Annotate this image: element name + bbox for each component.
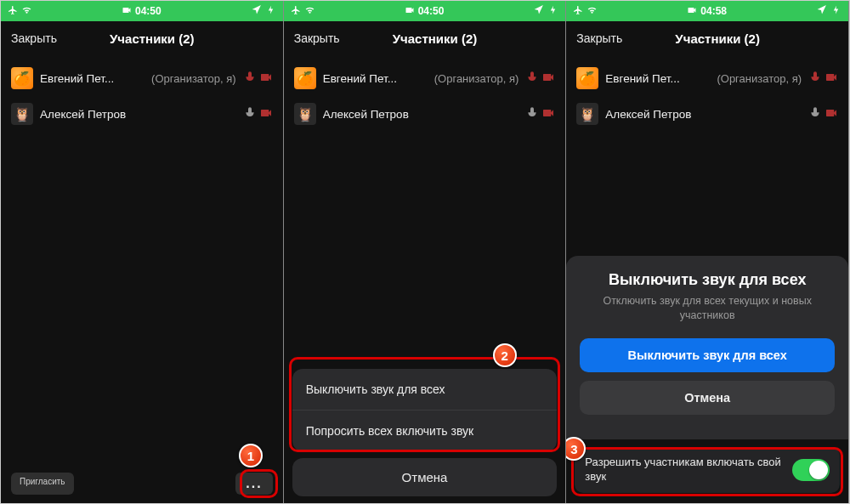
participant-name: Евгений Пет... <box>605 72 710 85</box>
participant-status-icons <box>243 71 273 87</box>
screen-1: 04:50 Закрыть Участники (2) 🍊 Евгений Пе… <box>1 1 284 503</box>
status-bar: 04:50 <box>1 1 283 21</box>
mute-all-modal: Выключить звук для всех Отключить звук д… <box>566 256 848 439</box>
modal-subtitle: Отключить звук для всех текущих и новых … <box>580 294 835 323</box>
camera-off-icon <box>541 106 555 122</box>
confirm-mute-all-button[interactable]: Выключить звук для всех <box>580 338 835 372</box>
location-icon <box>251 4 262 18</box>
camera-off-icon <box>541 71 555 87</box>
status-time: 04:58 <box>700 5 727 17</box>
mic-on-icon <box>243 106 257 122</box>
mic-on-icon <box>808 106 822 122</box>
charging-icon <box>265 4 276 18</box>
bottom-bar: Пригласить ... <box>1 473 283 495</box>
camera-off-icon <box>824 106 838 122</box>
avatar: 🍊 <box>294 67 316 89</box>
nav-bar: Закрыть Участники (2) <box>1 21 283 55</box>
nav-bar: Закрыть Участники (2) <box>566 21 848 55</box>
participant-role: (Организатор, я) <box>151 72 236 85</box>
participants-list: 🍊 Евгений Пет... (Организатор, я) 🦉 Алек… <box>1 55 283 132</box>
wifi-icon <box>586 4 598 18</box>
cancel-button[interactable]: Отмена <box>292 458 558 496</box>
step-badge-1: 1 <box>239 444 263 467</box>
avatar: 🦉 <box>11 103 33 125</box>
participant-status-icons <box>525 71 555 87</box>
airplane-icon <box>291 5 301 18</box>
nav-bar: Закрыть Участники (2) <box>284 21 566 55</box>
location-icon <box>816 4 827 18</box>
participant-row[interactable]: 🦉 Алексей Петров <box>284 96 566 132</box>
status-time: 04:50 <box>135 5 162 17</box>
camera-off-icon <box>259 71 273 87</box>
wifi-icon <box>21 4 32 18</box>
avatar: 🍊 <box>11 67 33 89</box>
camera-icon <box>687 5 697 18</box>
action-sheet: Выключить звук для всех Попросить всех в… <box>292 369 558 496</box>
page-title: Участники (2) <box>314 31 556 46</box>
action-sheet-group: Выключить звук для всех Попросить всех в… <box>292 369 558 451</box>
participant-row[interactable]: 🍊 Евгений Пет... (Организатор, я) <box>1 60 283 96</box>
participant-name: Евгений Пет... <box>40 72 144 85</box>
allow-unmute-toggle[interactable] <box>792 459 830 481</box>
participant-name: Алексей Петров <box>605 108 802 121</box>
page-title: Участники (2) <box>31 31 273 46</box>
participant-status-icons <box>808 71 838 87</box>
airplane-icon <box>573 5 583 18</box>
participant-row[interactable]: 🦉 Алексей Петров <box>1 96 283 132</box>
participants-list: 🍊 Евгений Пет... (Организатор, я) 🦉 Алек… <box>284 55 566 132</box>
camera-off-icon <box>824 71 838 87</box>
participant-status-icons <box>525 106 555 122</box>
invite-button[interactable]: Пригласить <box>11 473 74 495</box>
allow-unmute-toggle-row: Разрешить участникам включать свой звук <box>575 447 840 493</box>
participant-row[interactable]: 🍊 Евгений Пет... (Организатор, я) <box>566 60 848 96</box>
participants-list: 🍊 Евгений Пет... (Организатор, я) 🦉 Алек… <box>566 55 848 132</box>
page-title: Участники (2) <box>597 31 838 46</box>
mic-on-icon <box>525 106 539 122</box>
participant-row[interactable]: 🦉 Алексей Петров <box>566 96 848 132</box>
avatar: 🦉 <box>576 103 598 125</box>
participant-status-icons <box>243 106 273 122</box>
screen-3: 04:58 Закрыть Участники (2) 🍊 Евгений Пе… <box>566 1 849 503</box>
participant-name: Алексей Петров <box>323 108 519 121</box>
avatar: 🦉 <box>294 103 316 125</box>
participant-role: (Организатор, я) <box>717 72 802 85</box>
mic-muted-icon <box>243 71 257 87</box>
status-time: 04:50 <box>418 5 445 17</box>
charging-icon <box>830 4 842 18</box>
screen-2: 04:50 Закрыть Участники (2) 🍊 Евгений Пе… <box>284 1 567 503</box>
wifi-icon <box>304 4 315 18</box>
participant-row[interactable]: 🍊 Евгений Пет... (Организатор, я) <box>284 60 566 96</box>
mute-all-option[interactable]: Выключить звук для всех <box>292 369 558 410</box>
toggle-label: Разрешить участникам включать свой звук <box>585 456 782 484</box>
mic-muted-icon <box>525 71 539 87</box>
location-icon <box>533 4 544 18</box>
participant-role: (Организатор, я) <box>434 72 519 85</box>
charging-icon <box>547 4 558 18</box>
cancel-button[interactable]: Отмена <box>580 381 835 415</box>
modal-title: Выключить звук для всех <box>609 271 806 289</box>
status-bar: 04:50 <box>284 1 566 21</box>
camera-icon <box>405 5 415 18</box>
airplane-icon <box>8 5 18 18</box>
mic-muted-icon <box>808 71 822 87</box>
participant-status-icons <box>808 106 838 122</box>
ask-unmute-option[interactable]: Попросить всех включить звук <box>292 410 558 451</box>
camera-icon <box>122 5 132 18</box>
participant-name: Алексей Петров <box>40 108 236 121</box>
more-button[interactable]: ... <box>235 473 272 495</box>
status-bar: 04:58 <box>566 1 848 21</box>
participant-name: Евгений Пет... <box>323 72 428 85</box>
avatar: 🍊 <box>576 67 598 89</box>
camera-off-icon <box>259 106 273 122</box>
step-badge-2: 2 <box>493 343 517 367</box>
